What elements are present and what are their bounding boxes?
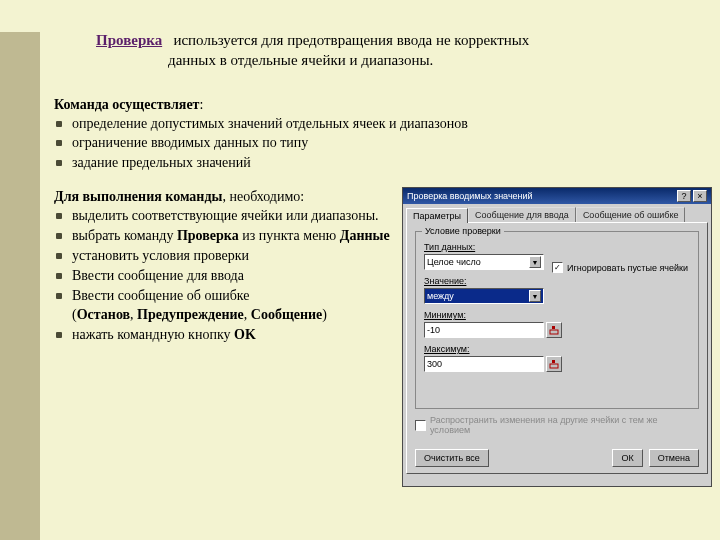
tab-input-message[interactable]: Сообщение для ввода — [468, 207, 576, 222]
cancel-button[interactable]: Отмена — [649, 449, 699, 467]
tab-parameters[interactable]: Параметры — [406, 208, 468, 223]
range-picker-icon[interactable] — [546, 322, 562, 338]
list-item: выделить соответствующие ячейки или диап… — [54, 207, 394, 226]
label-value: Значение: — [424, 276, 690, 286]
dialog-title-text: Проверка вводимых значений — [407, 191, 533, 201]
close-icon[interactable]: × — [693, 190, 707, 202]
section1-list: определение допустимых значений отдельны… — [54, 115, 712, 174]
operator-combo[interactable]: между▼ — [424, 288, 544, 304]
svg-rect-2 — [550, 364, 558, 368]
section2-head: Для выполнения команды, необходимо: — [54, 189, 394, 205]
chevron-down-icon: ▼ — [529, 256, 541, 268]
spread-checkbox: Распространить изменения на другие ячейк… — [415, 415, 699, 435]
slide-title: Проверка используется для предотвращения… — [54, 30, 712, 71]
ignore-blank-checkbox[interactable]: ✓Игнорировать пустые ячейки — [552, 262, 688, 273]
ok-button[interactable]: ОК — [612, 449, 642, 467]
svg-rect-0 — [550, 330, 558, 334]
validation-dialog: Проверка вводимых значений ? × Параметры… — [402, 187, 712, 487]
list-item: Ввести сообщение об ошибке(Останов, Пред… — [54, 287, 394, 325]
range-picker-icon[interactable] — [546, 356, 562, 372]
tab-error-message[interactable]: Сообщение об ошибке — [576, 207, 686, 222]
section1-head: Команда осуществляет: — [54, 97, 712, 113]
help-icon[interactable]: ? — [677, 190, 691, 202]
label-min: Минимум: — [424, 310, 690, 320]
clear-all-button[interactable]: Очистить все — [415, 449, 489, 467]
list-item: нажать командную кнопку OK — [54, 326, 394, 345]
criteria-group: Условие проверки Тип данных: Целое число… — [415, 231, 699, 409]
label-type: Тип данных: — [424, 242, 690, 252]
max-input[interactable]: 300 — [424, 356, 544, 372]
dialog-titlebar[interactable]: Проверка вводимых значений ? × — [403, 188, 711, 204]
type-combo[interactable]: Целое число▼ — [424, 254, 544, 270]
section2-list: выделить соответствующие ячейки или диап… — [54, 207, 394, 344]
min-input[interactable]: -10 — [424, 322, 544, 338]
title-link: Проверка — [96, 32, 162, 48]
svg-rect-3 — [552, 360, 555, 363]
chevron-down-icon: ▼ — [529, 290, 541, 302]
label-max: Максимум: — [424, 344, 690, 354]
list-item: определение допустимых значений отдельны… — [54, 115, 712, 134]
svg-rect-1 — [552, 326, 555, 329]
group-title: Условие проверки — [422, 226, 504, 236]
list-item: ограничение вводимых данных по типу — [54, 134, 712, 153]
list-item: задание предельных значений — [54, 154, 712, 173]
list-item: Ввести сообщение для ввода — [54, 267, 394, 286]
list-item: выбрать команду Проверка из пункта меню … — [54, 227, 394, 246]
list-item: установить условия проверки — [54, 247, 394, 266]
